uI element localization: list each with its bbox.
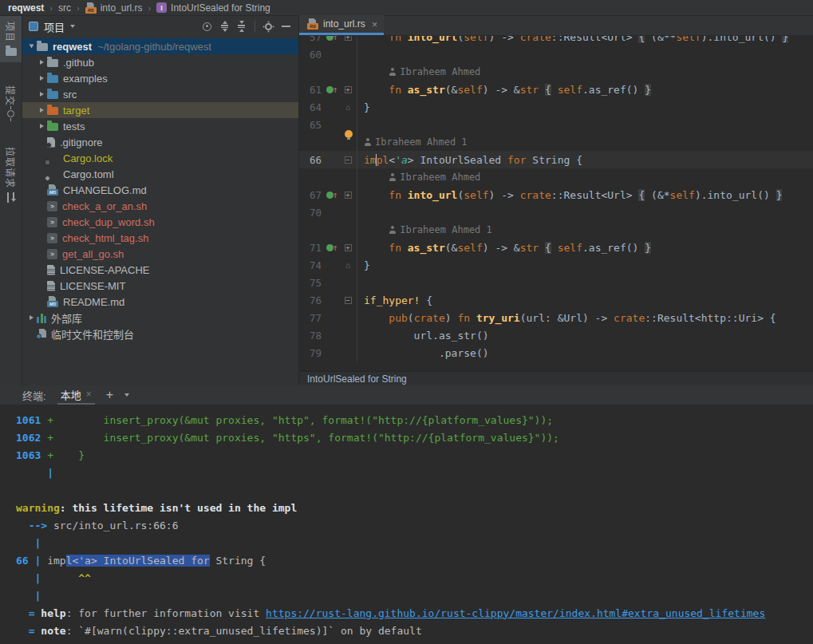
fold-expand-icon[interactable]: + [345,86,352,93]
breadcrumb-item[interactable]: RSinto_url.rs [85,2,143,14]
breadcrumb-item[interactable]: src [58,2,71,14]
fold-collapse-icon[interactable]: − [345,156,352,164]
fold-slot[interactable]: + [342,36,353,41]
code-line[interactable]: Ibraheem Ahmed [357,168,813,186]
tree-item[interactable]: >check_a_or_an.sh [22,198,298,214]
code-line[interactable]: url.as_str() [357,326,813,344]
line-number[interactable]: 60 [299,49,322,61]
tree-item[interactable]: .github [22,54,298,70]
line-number[interactable]: 66 [299,154,322,166]
tree-item[interactable]: 临时文件和控制台 [22,326,298,342]
code-line[interactable] [357,45,813,63]
close-icon[interactable]: × [86,389,92,400]
code-line[interactable]: Ibraheem Ahmed 1 [357,133,813,151]
code-line[interactable]: fn as_str(&self) -> &str { self.as_ref()… [357,239,813,256]
line-number[interactable]: 65 [299,119,322,131]
tree-item[interactable]: Cargo.lock [22,150,298,166]
line-number[interactable]: 78 [299,330,322,342]
terminal-tab-local[interactable]: 本地 × [57,385,95,405]
chevron-slot[interactable] [26,44,37,49]
chevron-expanded-icon[interactable] [29,45,34,49]
fold-expand-icon[interactable]: + [345,192,352,199]
chevron-slot[interactable] [36,76,47,81]
code-line[interactable]: pub(crate) fn try_uri(url: &Url) -> crat… [357,309,813,326]
expand-all-icon[interactable] [221,21,228,32]
fold-slot[interactable]: ⌂ [342,261,353,270]
chevron-down-icon[interactable] [70,25,75,28]
code-area[interactable]: 57↑+ fn into_url(self) -> crate::Result<… [299,36,813,371]
tree-item[interactable]: >check_dup_word.sh [22,214,298,230]
tree-item[interactable]: LICENSE-MIT [22,278,298,294]
fold-slot[interactable]: + [342,192,353,199]
fold-slot[interactable]: + [342,86,353,93]
fold-collapse-icon[interactable]: − [345,297,352,304]
line-number[interactable]: 74 [299,259,322,271]
chevron-slot[interactable] [36,60,47,65]
settings-gear-icon[interactable] [265,23,272,30]
line-number[interactable]: 79 [299,347,322,359]
code-line[interactable] [357,274,813,291]
line-number[interactable]: 71 [299,242,322,254]
tree-item[interactable]: >get_all_go.sh [22,246,298,262]
fold-end-icon[interactable]: ⌂ [345,261,350,270]
intention-bulb-icon[interactable] [345,130,353,138]
chevron-down-icon[interactable] [124,393,129,397]
tree-item[interactable]: reqwest~/tgolang-github/reqwest [22,38,298,54]
gutter-icon-slot[interactable]: ↑ [322,85,342,95]
tree-item[interactable]: Cargo.toml [22,166,298,182]
code-line[interactable]: fn into_url(self) -> crate::Result<Url> … [357,186,813,203]
chevron-collapsed-icon[interactable] [40,76,44,81]
fold-expand-icon[interactable]: + [345,244,352,251]
tree-item[interactable]: MDREADME.md [22,294,298,310]
chevron-collapsed-icon[interactable] [40,60,44,65]
chevron-collapsed-icon[interactable] [40,92,44,97]
fold-slot[interactable]: ⌂ [342,103,353,112]
line-number[interactable]: 64 [299,101,322,113]
code-line[interactable]: if_hyper! { [357,291,813,309]
new-terminal-icon[interactable]: + [106,388,113,402]
terminal-output[interactable]: 1061 + insert_proxy(&mut proxies, "http"… [0,405,813,644]
line-number[interactable]: 77 [299,312,322,324]
gutter-icon-slot[interactable]: ↑ [322,36,342,42]
breadcrumb-item[interactable]: IIntoUrlSealed for String [156,2,270,14]
code-line[interactable]: .parse() [357,344,813,362]
chevron-collapsed-icon[interactable] [30,315,34,320]
tree-item[interactable]: LICENSE-APACHE [22,262,298,278]
code-line[interactable]: Ibraheem Ahmed 1 [357,221,813,239]
gutter-icon-slot[interactable]: ↑ [322,243,342,253]
line-number[interactable]: 76 [299,294,322,306]
stripe-item-commit[interactable]: 提交 [0,80,22,124]
chevron-collapsed-icon[interactable] [40,124,44,128]
chevron-slot[interactable] [26,315,37,320]
editor-breadcrumb[interactable]: IntoUrlSealed for String [299,371,813,385]
collapse-all-icon[interactable] [238,21,245,32]
tree-item[interactable]: src [22,86,298,102]
line-number[interactable]: 57 [299,36,322,43]
fold-slot[interactable]: + [342,244,353,251]
editor-tab-into-url[interactable]: RS into_url.rs × [299,15,384,35]
tree-item[interactable]: examples [22,70,298,86]
locate-icon[interactable] [203,22,211,31]
stripe-item-folder-tool[interactable]: 项目 [0,16,22,62]
code-line[interactable]: } [357,256,813,274]
breadcrumb-item[interactable]: reqwest [8,2,44,14]
tree-item[interactable]: .gitignore [22,134,298,150]
tree-item[interactable]: MDCHANGELOG.md [22,182,298,198]
code-line[interactable]: fn into_url(self) -> crate::Result<Url> … [357,36,813,45]
gutter-icon-slot[interactable]: ↑ [322,190,342,200]
clippy-doc-link[interactable]: https://rust-lang.github.io/rust-clippy/… [266,607,765,619]
hide-minus-icon[interactable] [282,26,290,27]
code-line[interactable] [357,203,813,221]
line-number[interactable]: 75 [299,277,322,289]
code-line[interactable]: } [357,98,813,116]
tree-item[interactable]: 外部库 [22,310,298,326]
stripe-item-pull-request[interactable]: 拉取请求 [0,141,22,209]
line-number[interactable]: 61 [299,84,322,96]
code-line[interactable] [357,116,813,133]
code-line[interactable]: Ibraheem Ahmed [357,63,813,81]
line-number[interactable]: 67 [299,189,322,201]
chevron-collapsed-icon[interactable] [40,108,44,113]
tree-item[interactable]: >check_html_tag.sh [22,230,298,246]
close-icon[interactable]: × [372,18,378,30]
fold-slot[interactable]: − [342,297,353,304]
